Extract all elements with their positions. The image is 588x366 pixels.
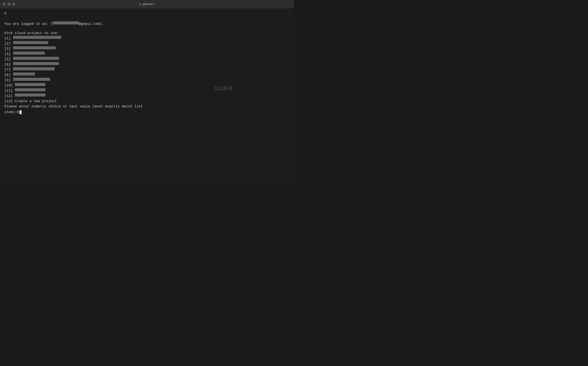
item-7-label — [13, 67, 55, 70]
terminal-window: 2. python2.7 e You are logged in as: [@g… — [0, 0, 294, 183]
cursor — [19, 110, 22, 114]
list-item: [4] — [4, 52, 290, 57]
list-item: [12] — [4, 93, 290, 99]
prefix-line: e — [4, 11, 290, 16]
window-controls — [3, 3, 15, 6]
list-item: [2] — [4, 41, 290, 46]
item-8-label — [13, 73, 35, 76]
list-item: [7] — [4, 67, 290, 73]
list-item: [9] — [4, 78, 290, 83]
login-line: You are logged in as: [@gmail.com]. — [4, 21, 290, 27]
pick-project-text: Pick cloud project to use: — [4, 30, 59, 36]
item-3-label — [13, 46, 56, 49]
list-item: [10] — [4, 83, 290, 88]
item-1-label — [13, 36, 61, 39]
item-9-label — [13, 78, 50, 81]
close-button[interactable] — [3, 3, 6, 6]
list-item: [11] — [4, 88, 290, 93]
email-redacted — [53, 21, 79, 24]
item-10-label — [15, 83, 46, 86]
list-item: [3] — [4, 46, 290, 52]
list-item: [1] — [4, 36, 290, 41]
list-item-create: [13] Create a new project — [4, 99, 290, 104]
prompt-text-1: Please enter numeric choice or text valu… — [4, 104, 143, 109]
item-12-label — [15, 93, 46, 97]
prompt-text-2: item): — [4, 110, 17, 115]
login-text-after: @gmail.com]. — [79, 21, 104, 27]
terminal-content: e You are logged in as: [@gmail.com]. Pi… — [0, 8, 294, 117]
item-4-label — [13, 52, 45, 55]
item-6-label — [13, 62, 59, 65]
create-project-label: Create a new project — [15, 99, 57, 104]
prefix-text: e — [4, 11, 7, 16]
maximize-button[interactable] — [12, 3, 15, 6]
list-item: [6] — [4, 62, 290, 67]
login-text-before: You are logged in as: [ — [4, 21, 53, 27]
input-value: 6 — [17, 110, 19, 115]
pick-project-label: Pick cloud project to use: — [4, 30, 290, 36]
minimize-button[interactable] — [8, 3, 10, 6]
item-5-label — [13, 57, 59, 60]
item-11-label — [15, 88, 46, 91]
titlebar: 2. python2.7 — [0, 0, 294, 8]
prompt-line-1: Please enter numeric choice or text valu… — [4, 104, 290, 109]
list-item: [8] — [4, 73, 290, 78]
list-item: [5] — [4, 57, 290, 62]
item-2-label — [13, 41, 48, 44]
prompt-line-2: item): 6 — [4, 110, 290, 115]
window-title: 2. python2.7 — [139, 2, 155, 6]
